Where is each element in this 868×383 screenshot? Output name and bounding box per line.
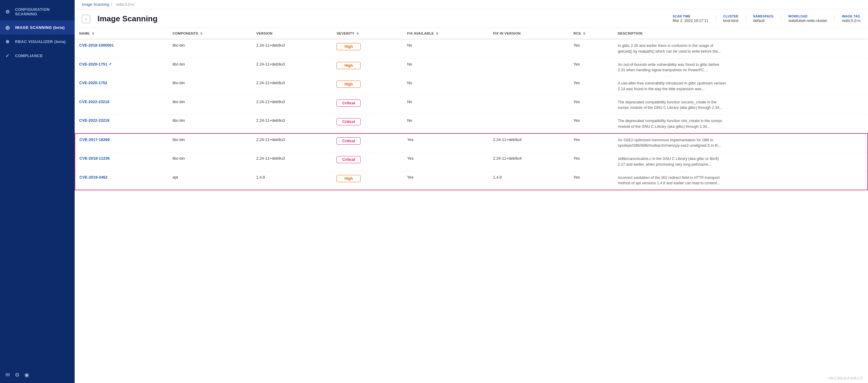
table-row[interactable]: CVE-2018-1000001libc-bin2.24-11+deb9u3Hi… — [75, 39, 868, 58]
cve-link[interactable]: CVE-2018-1000001 — [79, 43, 164, 47]
breadcrumb-separator: / — [111, 2, 112, 7]
cell-fix-available: No — [403, 96, 489, 114]
cell-version: 2.24-11+deb9u3 — [252, 96, 332, 114]
cve-link[interactable]: CVE-2018-11236 — [80, 156, 164, 161]
sidebar-item-label: RBAC VISUALIZER (beta) — [15, 39, 66, 44]
severity-badge: High — [337, 43, 361, 50]
col-header-severity[interactable]: SEVERITY ⇅ — [332, 28, 403, 39]
cell-fix-available: Yes — [403, 152, 489, 171]
cell-description: The deprecated compatibility function cl… — [614, 114, 868, 134]
cve-link[interactable]: CVE-2022-23218 — [79, 100, 164, 104]
cell-description: An SSE2-optimized memmove implementation… — [614, 134, 868, 152]
cve-link[interactable]: CVE-2022-23219 — [79, 118, 164, 123]
sidebar-bottom: ✉ ⚙ ◉ — [0, 367, 75, 383]
cell-name: CVE-2022-23218 — [75, 96, 168, 114]
breadcrumb: Image Scanning / redis:5.0-rc — [75, 0, 868, 9]
sidebar-item-config-scanning[interactable]: ⚙ CONFIGURATION SCANNING — [0, 3, 75, 21]
cell-name: CVE-2018-11236 — [75, 152, 168, 171]
col-header-rce[interactable]: RCE ⇅ — [569, 28, 614, 39]
meta-info: SCAN TIME Mar 2, 2022 10:17:11 CLUSTER k… — [673, 15, 861, 23]
breadcrumb-parent[interactable]: Image Scanning — [82, 2, 109, 7]
col-header-version: VERSION — [252, 28, 332, 39]
sidebar-item-image-scanning[interactable]: ◎ IMAGE SCANNING (beta) — [0, 21, 75, 35]
page-title: Image Scanning — [97, 14, 157, 24]
settings-icon[interactable]: ⚙ — [15, 372, 20, 378]
cell-fix-available: No — [403, 58, 489, 77]
sort-icon-components: ⇅ — [200, 32, 203, 35]
col-header-description: DESCRIPTION — [614, 28, 868, 39]
severity-badge: Critical — [337, 118, 361, 125]
back-button[interactable]: ‹ — [82, 15, 90, 23]
cell-name: CVE-2020-1752 — [75, 77, 168, 96]
cell-name: CVE-2018-1000001 — [75, 39, 168, 58]
cell-severity: High — [332, 77, 403, 96]
cell-rce: Yes — [569, 58, 614, 77]
cell-rce: Yes — [569, 39, 614, 58]
col-header-fix-in-version: FIX IN VERSION — [489, 28, 569, 39]
cell-name: CVE-2017-18269 — [75, 134, 168, 152]
back-icon: ‹ — [86, 16, 87, 21]
image-scanning-icon: ◎ — [5, 25, 11, 30]
cell-name: CVE-2019-3462 — [75, 171, 168, 190]
cell-description: A use-after-free vulnerability introduce… — [614, 77, 868, 96]
cell-fix-in-version — [489, 77, 569, 96]
cell-fix-in-version: 2.24-11+deb9u4 — [489, 152, 569, 171]
page-header: ‹ Image Scanning SCAN TIME Mar 2, 2022 1… — [75, 9, 868, 28]
vulnerabilities-table-container: NAME ⇅ COMPONENTS ⇅ VERSION SEVERITY ⇅ F… — [75, 28, 868, 383]
sort-icon-fix-available: ⇅ — [436, 32, 438, 35]
table-row[interactable]: CVE-2022-23218libc-bin2.24-11+deb9u3Crit… — [75, 96, 868, 114]
workload-value: statefulset-redis-cluster — [788, 19, 827, 23]
cell-component: libc-bin — [168, 58, 252, 77]
cell-component: libc-bin — [168, 114, 252, 134]
cell-fix-in-version — [489, 58, 569, 77]
cell-severity: High — [332, 171, 403, 190]
cell-fix-available: No — [403, 39, 489, 58]
cell-rce: Yes — [569, 96, 614, 114]
cell-version: 2.24-11+deb9u3 — [252, 152, 332, 171]
cell-component: libc-bin — [168, 39, 252, 58]
cell-version: 2.24-11+deb9u3 — [252, 58, 332, 77]
cell-rce: Yes — [569, 77, 614, 96]
col-header-name[interactable]: NAME ⇅ — [75, 28, 168, 39]
col-header-components[interactable]: COMPONENTS ⇅ — [168, 28, 252, 39]
cell-description: Incorrect sanitation of the 302 redirect… — [614, 171, 868, 190]
table-row[interactable]: CVE-2020-1752libc-bin2.24-11+deb9u3HighN… — [75, 77, 868, 96]
sidebar-item-label: CONFIGURATION SCANNING — [15, 7, 69, 16]
cell-severity: Critical — [332, 152, 403, 171]
sidebar-item-compliance[interactable]: ✓ COMPLIANCE — [0, 49, 75, 63]
cve-link[interactable]: CVE-2017-18269 — [80, 137, 164, 142]
table-row[interactable]: CVE-2018-11236libc-bin2.24-11+deb9u3Crit… — [75, 152, 868, 171]
cell-component: apt — [168, 171, 252, 190]
cell-component: libc-bin — [168, 134, 252, 152]
meta-divider-1 — [716, 15, 716, 22]
compliance-icon: ✓ — [5, 53, 11, 59]
cell-version: 2.24-11+deb9u3 — [252, 134, 332, 152]
sidebar-item-rbac-visualizer[interactable]: ⊕ RBAC VISUALIZER (beta) — [0, 35, 75, 49]
cve-link[interactable]: CVE-2020-1751↗ — [79, 62, 164, 66]
cell-fix-in-version — [489, 96, 569, 114]
cell-fix-in-version — [489, 114, 569, 134]
meta-divider-2 — [746, 15, 746, 22]
meta-cluster: CLUSTER kind-kind — [723, 15, 739, 23]
table-row[interactable]: CVE-2020-1751↗libc-bin2.24-11+deb9u3High… — [75, 58, 868, 77]
col-header-fix-available[interactable]: FIX AVAILABLE ⇅ — [403, 28, 489, 39]
cluster-value: kind-kind — [723, 19, 739, 23]
cell-fix-in-version: 1.4.9 — [489, 171, 569, 190]
table-row[interactable]: CVE-2019-3462apt1.4.8HighYes1.4.9YesInco… — [75, 171, 868, 190]
mail-icon[interactable]: ✉ — [5, 372, 10, 378]
meta-namespace: NAMESPACE default — [753, 15, 774, 23]
workload-label: WORKLOAD — [788, 15, 827, 18]
table-row[interactable]: CVE-2017-18269libc-bin2.24-11+deb9u3Crit… — [75, 134, 868, 152]
sort-icon-severity: ⇅ — [356, 32, 359, 35]
table-row[interactable]: CVE-2022-23219libc-bin2.24-11+deb9u3Crit… — [75, 114, 868, 134]
user-icon[interactable]: ◉ — [24, 372, 29, 378]
meta-divider-4 — [834, 15, 835, 22]
cve-link[interactable]: CVE-2020-1752 — [79, 80, 164, 85]
sidebar-item-label: COMPLIANCE — [15, 54, 43, 58]
cell-severity: Critical — [332, 96, 403, 114]
sort-icon-rce: ⇅ — [583, 32, 585, 35]
scan-time-value: Mar 2, 2022 10:17:11 — [673, 19, 709, 23]
cve-link[interactable]: CVE-2019-3462 — [80, 175, 164, 179]
namespace-label: NAMESPACE — [753, 15, 774, 18]
meta-workload: WORKLOAD statefulset-redis-cluster — [788, 15, 827, 23]
